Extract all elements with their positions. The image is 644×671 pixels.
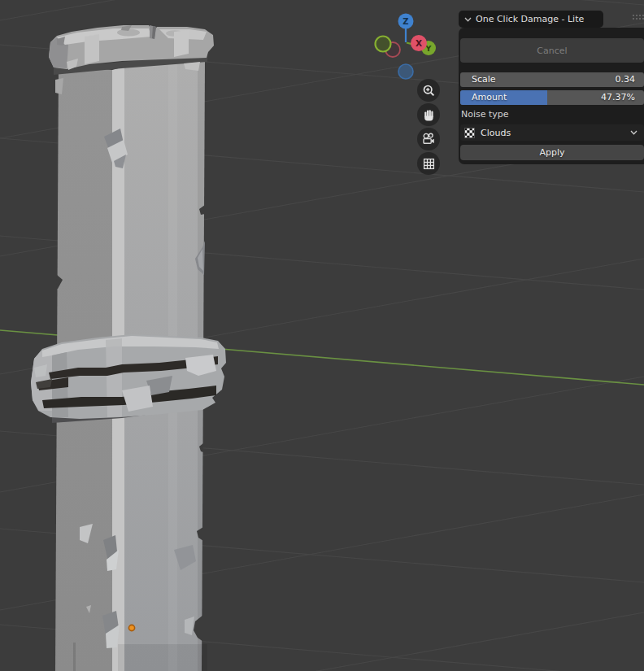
noise-type-value: Clouds <box>481 128 511 138</box>
noise-type-dropdown[interactable]: Clouds <box>460 124 644 141</box>
grid-icon <box>422 157 436 171</box>
axis-z-negative-ball[interactable] <box>398 64 413 79</box>
scale-slider[interactable]: Scale 0.34 <box>460 72 644 87</box>
apply-button[interactable]: Apply <box>460 145 644 160</box>
svg-text:Z: Z <box>402 17 408 26</box>
panel-header[interactable]: One Click Damage - Lite <box>459 11 603 28</box>
amount-value: 47.37% <box>601 90 635 105</box>
toggle-grid-button[interactable] <box>417 152 440 175</box>
pan-button[interactable] <box>417 103 440 126</box>
chevron-down-icon <box>464 17 472 22</box>
axis-y-negative-ball[interactable] <box>376 37 391 52</box>
pillar-middle-band <box>31 334 226 419</box>
blender-3d-viewport: { "panel": { "title": "One Click Damage … <box>0 0 644 671</box>
panel-title: One Click Damage - Lite <box>476 14 584 24</box>
amount-label: Amount <box>472 90 507 105</box>
zoom-button[interactable] <box>417 79 440 102</box>
drag-grip-icon[interactable] <box>633 15 644 21</box>
axis-z-ball[interactable]: Z <box>398 14 414 29</box>
navigation-gizmo[interactable]: Y X Z <box>370 8 445 86</box>
dropdown-chevron-icon <box>630 130 637 135</box>
pan-hand-icon <box>422 108 436 122</box>
noise-type-label: Noise type <box>461 108 509 121</box>
scale-label: Scale <box>472 72 496 87</box>
axis-x-ball[interactable]: X <box>411 35 427 51</box>
checker-texture-icon <box>464 128 475 138</box>
amount-slider[interactable]: Amount 47.37% <box>460 90 644 105</box>
pillar-object[interactable] <box>31 25 226 671</box>
camera-view-button[interactable] <box>417 128 440 150</box>
scale-value: 0.34 <box>616 72 636 87</box>
cancel-button[interactable]: Cancel <box>460 38 644 63</box>
zoom-icon <box>422 84 436 98</box>
svg-text:X: X <box>416 38 422 48</box>
camera-icon <box>421 132 436 146</box>
object-origin-point <box>128 625 134 630</box>
